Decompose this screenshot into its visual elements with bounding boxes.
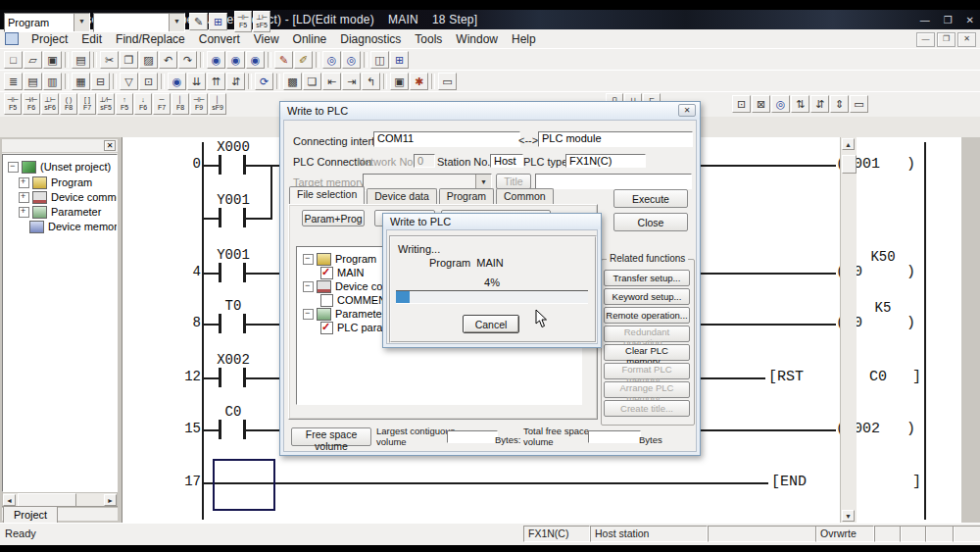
end-instruction[interactable]: [END xyxy=(771,474,807,490)
new-window-icon[interactable]: ✎ xyxy=(189,13,208,30)
tile-windows-icon[interactable]: ◫ xyxy=(370,51,389,69)
delete-hline-icon[interactable]: ⊣⊢F9 xyxy=(190,93,208,115)
refresh-icon[interactable]: ⟳ xyxy=(255,73,273,90)
paste-icon[interactable]: ▨ xyxy=(139,51,158,69)
tree-item-main[interactable]: MAIN xyxy=(320,266,365,279)
separator[interactable] xyxy=(65,52,69,68)
new-project-icon[interactable]: □ xyxy=(4,51,23,69)
undo-icon[interactable]: ↶ xyxy=(159,51,177,69)
param-prog-button[interactable]: Param+Prog xyxy=(302,210,365,226)
execute-button[interactable]: Execute xyxy=(613,189,688,208)
align-bottom-icon[interactable]: ⇕ xyxy=(830,95,849,113)
comment-format-icon[interactable]: ▭ xyxy=(850,95,868,113)
contact[interactable] xyxy=(219,368,246,387)
menu-item[interactable]: Help xyxy=(505,31,543,47)
collapse-icon[interactable] xyxy=(8,162,19,173)
checkbox-unchecked-icon[interactable] xyxy=(320,294,333,307)
collapse-icon[interactable] xyxy=(303,254,314,265)
mdi-restore-icon[interactable]: ❐ xyxy=(937,32,956,47)
contact[interactable] xyxy=(219,263,246,282)
separator[interactable] xyxy=(65,74,69,89)
grid-display-icon[interactable]: ▩ xyxy=(283,73,302,90)
separator[interactable] xyxy=(431,74,435,89)
separator[interactable] xyxy=(316,52,319,68)
menu-item[interactable]: Online xyxy=(286,31,334,47)
menu-item[interactable]: Convert xyxy=(192,31,247,47)
tree-item-parameter[interactable]: Parameter xyxy=(303,307,385,321)
print-icon[interactable]: ▤ xyxy=(72,51,90,69)
application-instruction-icon[interactable]: [ ]F7 xyxy=(78,93,96,115)
close-icon[interactable]: ✕ xyxy=(678,104,696,117)
data-tree-icon[interactable]: ⊞ xyxy=(209,13,227,30)
scroll-left-icon[interactable]: ◄ xyxy=(3,494,16,506)
collapse-icon[interactable] xyxy=(303,281,314,292)
trace-icon[interactable]: ⇵ xyxy=(226,73,245,90)
dialog-title-bar[interactable]: Write to PLC xyxy=(280,102,700,120)
tab-common[interactable]: Common xyxy=(496,188,554,205)
rising-pulse-icon[interactable]: ↑F5 xyxy=(116,93,133,115)
find-device-icon[interactable]: ◉ xyxy=(207,51,225,69)
overlap-window-icon[interactable]: ❏ xyxy=(303,73,321,90)
copy-icon[interactable]: ❐ xyxy=(120,51,138,69)
menu-item[interactable]: Find/Replace xyxy=(109,31,192,47)
find-next-icon[interactable]: ⇊ xyxy=(187,73,206,90)
tab-device-data[interactable]: Device data xyxy=(367,188,436,205)
program-display-icon[interactable]: ≣ xyxy=(4,73,23,90)
tree-item-parameter[interactable]: Parameter xyxy=(19,205,101,219)
contact[interactable] xyxy=(219,420,246,439)
open-contact-icon[interactable]: ⊣⊢F5 xyxy=(234,11,252,32)
write-mode-icon[interactable]: ⊠ xyxy=(752,95,770,113)
contact[interactable] xyxy=(219,208,246,227)
mdi-close-icon[interactable]: ✕ xyxy=(957,32,976,47)
tree-root[interactable]: (Unset project) xyxy=(8,160,111,174)
clear-plc-memory-button[interactable]: Clear PLC memory... xyxy=(604,344,690,361)
mdi-minimize-icon[interactable]: — xyxy=(916,32,935,47)
tree-item-device-comment[interactable]: Device commen xyxy=(19,190,118,204)
cancel-button[interactable]: Cancel xyxy=(463,315,519,333)
menu-item[interactable]: Project xyxy=(24,31,74,47)
project-data-icon[interactable]: ⊞ xyxy=(390,51,409,69)
chevron-down-icon[interactable]: ▼ xyxy=(74,14,89,31)
dialog-title-bar[interactable]: Write to PLC xyxy=(383,214,601,229)
project-panel-header[interactable]: ✕ xyxy=(2,139,118,153)
tab-program[interactable]: Program xyxy=(439,188,494,205)
open-contact-icon[interactable]: ⊣⊢F5 xyxy=(4,93,22,115)
checkbox-checked-icon[interactable] xyxy=(320,267,333,279)
expand-icon[interactable] xyxy=(19,192,29,203)
collapse-icon[interactable] xyxy=(303,309,314,320)
redundant-operation-button[interactable]: Redundant operation... xyxy=(604,326,690,342)
expand-icon[interactable] xyxy=(19,177,29,188)
horizontal-line-icon[interactable]: ─F7 xyxy=(153,93,171,115)
checkbox-checked-icon[interactable] xyxy=(320,322,333,334)
separator[interactable] xyxy=(113,74,117,89)
menu-item[interactable]: Window xyxy=(449,31,505,47)
find-prev-icon[interactable]: ⇈ xyxy=(207,73,225,90)
align-top-icon[interactable]: ⇅ xyxy=(791,95,809,113)
separator[interactable] xyxy=(268,52,271,68)
format-plc-memory-button[interactable]: Format PLC memory... xyxy=(604,363,690,379)
scroll-down-icon[interactable]: ▼ xyxy=(842,510,855,522)
free-space-volume-button[interactable]: Free space volume xyxy=(291,427,371,446)
closed-contact-icon[interactable]: ⊣∕⊢F6 xyxy=(23,93,40,115)
zoom-in-icon[interactable]: ◎ xyxy=(322,51,341,69)
create-title-button[interactable]: Create title... xyxy=(604,400,690,417)
minimize-icon[interactable]: — xyxy=(920,15,930,25)
jump-icon[interactable]: ↰ xyxy=(362,73,380,90)
comment-display-icon[interactable]: ▤ xyxy=(24,73,42,90)
program-type-combobox[interactable]: Program ▼ xyxy=(4,13,90,32)
tree-item-plc-param[interactable]: PLC param xyxy=(320,321,392,334)
tree-item-program[interactable]: Program xyxy=(303,252,376,266)
scrollbar-thumb[interactable] xyxy=(842,155,857,174)
scroll-right-icon[interactable]: ► xyxy=(104,494,117,506)
menu-item[interactable]: Tools xyxy=(408,31,449,47)
delete-vline-icon[interactable]: │sF9 xyxy=(209,93,226,115)
print-preview-icon[interactable]: ▣ xyxy=(390,73,409,90)
separator[interactable] xyxy=(200,52,204,68)
tab-file-selection[interactable]: File selection xyxy=(289,186,365,205)
menu-item[interactable]: Diagnostics xyxy=(333,31,408,47)
close-button[interactable]: Close xyxy=(613,213,688,231)
monitor-mode-icon[interactable]: ◎ xyxy=(771,95,790,113)
parallel-contact-icon[interactable]: ⊥⊢sF5 xyxy=(253,11,270,32)
scroll-up-icon[interactable]: ▲ xyxy=(842,138,855,150)
find-instruction-icon[interactable]: ◉ xyxy=(226,51,245,69)
